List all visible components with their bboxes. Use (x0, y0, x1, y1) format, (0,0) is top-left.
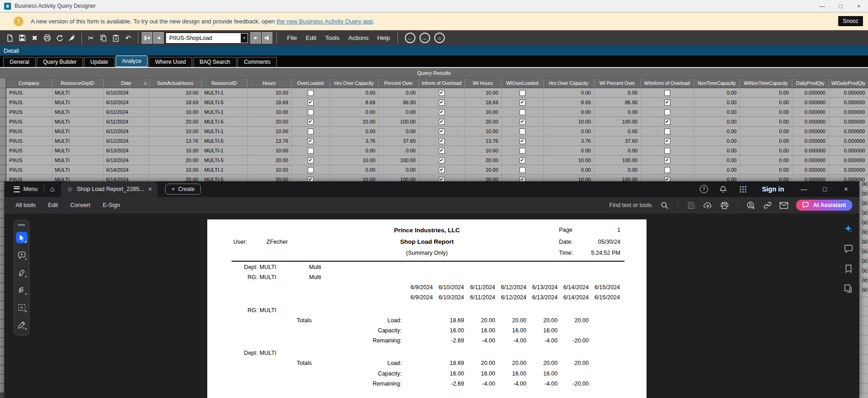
refresh-icon[interactable] (53, 32, 66, 44)
acrobat-maximize-button[interactable]: □ (820, 185, 830, 193)
checkbox-checked[interactable]: ✔ (664, 138, 670, 144)
row-header-cell[interactable] (0, 127, 6, 136)
pages-panel-icon[interactable] (844, 284, 853, 293)
table-row[interactable]: PIIUSMULTI6/11/202410.00MULTI-110.000.00… (0, 107, 868, 117)
home-icon[interactable]: ⌂ (434, 33, 445, 43)
checkbox-unchecked[interactable] (664, 129, 670, 135)
tab-general[interactable]: General (3, 57, 36, 67)
column-header-sumactualhours[interactable]: SumActualHours (149, 78, 201, 88)
tab-baq-search[interactable]: BAQ Search (193, 57, 237, 67)
checkbox-checked[interactable]: ✔ (439, 100, 445, 106)
checkbox-unchecked[interactable] (308, 167, 314, 173)
column-header-hours[interactable]: Hours (247, 78, 291, 88)
cut-icon[interactable]: ✂ (85, 32, 97, 44)
table-row[interactable]: PIIUSMULTI6/12/202410.00MULTI-110.000.00… (0, 127, 868, 136)
table-row[interactable]: PIIUSMULTI6/10/202418.69MULTI-518.69✔8.6… (0, 98, 868, 107)
row-header-cell[interactable] (0, 88, 6, 98)
cloud-upload-icon[interactable] (703, 201, 712, 210)
menu-file[interactable]: File (287, 34, 297, 41)
column-header-inform-of-overload[interactable]: Inform of Overload (419, 78, 464, 88)
acrobat-menu-all-tools[interactable]: All tools (16, 202, 36, 208)
column-header-overloaded[interactable]: OverLoaded (291, 78, 330, 88)
column-header-wiinform-of-overload[interactable]: WIInform of Overload (641, 78, 694, 88)
erp-close-button[interactable]: × (850, 0, 868, 11)
checkbox-unchecked[interactable] (664, 167, 670, 173)
checkbox-unchecked[interactable] (308, 90, 314, 96)
chevron-down-icon[interactable]: ▾ (241, 34, 248, 43)
column-header-winontimecapacity[interactable]: WINonTimeCapacity (740, 78, 792, 88)
acrobat-close-button[interactable]: × (841, 185, 851, 193)
back-icon[interactable]: ← (405, 33, 415, 43)
checkbox-unchecked[interactable] (308, 148, 314, 154)
table-row[interactable]: PIIUSMULTI6/12/202413.76MULTI-513.76✔3.7… (0, 136, 868, 146)
row-header-cell[interactable] (0, 146, 6, 156)
checkbox-unchecked[interactable] (520, 90, 525, 96)
checkbox-checked[interactable]: ✔ (308, 100, 314, 106)
row-header-cell[interactable] (0, 165, 6, 175)
acrobat-menu-convert[interactable]: Convert (70, 202, 90, 208)
checkbox-unchecked[interactable] (520, 129, 525, 135)
checkbox-unchecked[interactable] (308, 129, 314, 135)
comments-panel-icon[interactable] (844, 244, 853, 253)
checkbox-checked[interactable]: ✔ (520, 157, 525, 163)
erp-maximize-button[interactable]: □ (831, 0, 850, 11)
checkbox-checked[interactable]: ✔ (520, 100, 525, 106)
column-header-resourcegrpid[interactable]: ResourceGrpID (52, 78, 103, 88)
copy-icon[interactable] (97, 32, 110, 44)
column-header-hrs-over-capacity[interactable]: Hrs Over Capacity (330, 78, 378, 88)
checkbox-checked[interactable]: ✔ (439, 119, 445, 125)
tab-close-icon[interactable]: × (148, 185, 152, 193)
column-header-date[interactable]: Date△ (103, 78, 149, 88)
column-header-dailyprodqty[interactable]: DailyProdQty (792, 78, 829, 88)
highlight-tool-button[interactable] (16, 267, 28, 278)
checkbox-unchecked[interactable] (520, 148, 525, 154)
checkbox-checked[interactable]: ✔ (439, 109, 445, 115)
paste-icon[interactable] (110, 32, 122, 44)
checkbox-checked[interactable]: ✔ (664, 119, 670, 125)
first-record-button[interactable]: ▌◀ (142, 32, 152, 44)
row-header-cell[interactable] (0, 107, 6, 117)
menu-edit[interactable]: Edit (306, 34, 316, 41)
checkbox-checked[interactable]: ✔ (439, 138, 445, 144)
acrobat-menu-e-sign[interactable]: E-Sign (103, 202, 120, 208)
last-record-button[interactable]: ▶▌ (262, 32, 272, 44)
tab-update[interactable]: Update (84, 57, 115, 67)
menu-help[interactable]: Help (377, 34, 390, 41)
acrobat-menu-edit[interactable]: Edit (48, 202, 58, 208)
bookmarks-panel-icon[interactable] (844, 264, 853, 273)
row-header-cell[interactable] (0, 117, 6, 127)
column-header-resourceid[interactable]: ResourceID (201, 78, 247, 88)
share-add-user-icon[interactable] (746, 201, 755, 210)
column-header-nontimecapacity[interactable]: NonTimeCapacity (694, 78, 740, 88)
notifications-bell-icon[interactable] (719, 185, 728, 194)
column-header-wi-percent-over[interactable]: WI Percent Over (594, 78, 641, 88)
checkbox-unchecked[interactable] (520, 167, 525, 173)
fill-sign-tool-button[interactable] (16, 319, 28, 331)
acrobat-menu-button[interactable]: Menu (14, 186, 38, 192)
tab-query-builder[interactable]: Query Builder (37, 57, 83, 67)
delete-icon[interactable]: ✖ (28, 32, 41, 44)
tab-comments[interactable]: Comments (238, 57, 277, 67)
ai-summary-icon[interactable] (844, 224, 853, 234)
checkbox-checked[interactable]: ✔ (439, 157, 445, 163)
checkbox-checked[interactable]: ✔ (308, 138, 314, 144)
create-button[interactable]: + Create (165, 184, 201, 195)
email-icon[interactable] (780, 201, 788, 210)
erp-minimize-button[interactable]: — (813, 0, 831, 11)
table-row[interactable]: PIIUSMULTI6/13/202420.00MULTI-520.00✔10.… (0, 156, 868, 165)
checkbox-checked[interactable]: ✔ (439, 148, 445, 154)
column-header-hrs-over-capacity[interactable]: Hrs Over Capacity (543, 78, 594, 88)
previous-record-button[interactable]: ◀ (153, 32, 164, 44)
new-app-link[interactable]: the new Business Activity Query app (276, 18, 373, 25)
row-header-cell[interactable] (0, 98, 6, 107)
apps-grid-icon[interactable] (739, 185, 747, 194)
checkbox-unchecked[interactable] (664, 148, 670, 154)
help-icon[interactable]: ? (700, 185, 708, 193)
print-document-icon[interactable] (720, 201, 729, 210)
table-row[interactable]: PIIUSMULTI6/14/202410.00MULTI-110.000.00… (0, 165, 868, 175)
checkbox-checked[interactable]: ✔ (520, 138, 525, 144)
checkbox-checked[interactable]: ✔ (439, 129, 445, 135)
select-tool-button[interactable] (16, 232, 28, 243)
new-icon[interactable] (4, 32, 16, 44)
checkbox-checked[interactable]: ✔ (520, 119, 525, 125)
